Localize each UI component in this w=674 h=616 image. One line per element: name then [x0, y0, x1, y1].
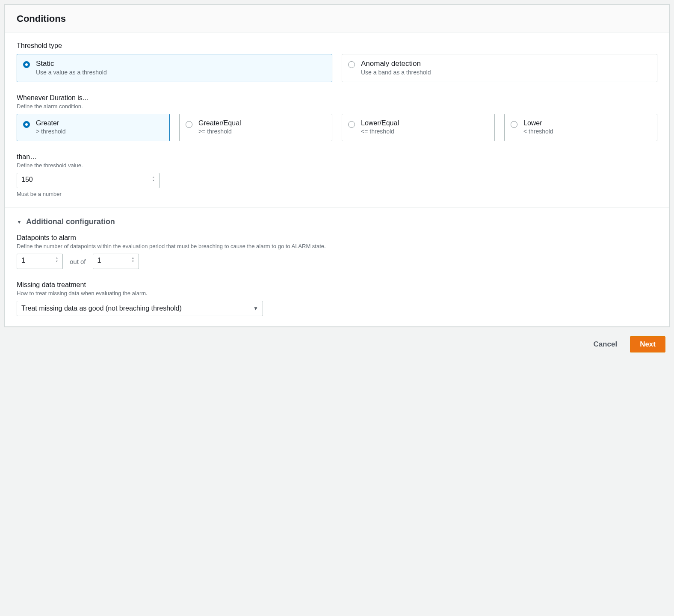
option-title: Greater/Equal — [198, 119, 241, 127]
condition-desc: Define the alarm condition. — [17, 103, 657, 110]
threshold-value-desc: Define the threshold value. — [17, 162, 657, 169]
option-title: Anomaly detection — [361, 59, 431, 68]
condition-option-lower[interactable]: Lower < threshold — [504, 114, 657, 141]
footer-actions: Cancel Next — [4, 327, 670, 355]
caret-down-icon: ▼ — [253, 305, 258, 311]
additional-config-title: Additional configuration — [26, 217, 115, 226]
radio-icon — [23, 61, 30, 68]
datapoints-desc: Define the number of datapoints within t… — [17, 243, 657, 249]
threshold-type-option-static[interactable]: Static Use a value as a threshold — [17, 54, 332, 82]
option-desc: <= threshold — [361, 128, 399, 135]
option-title: Lower/Equal — [361, 119, 399, 127]
threshold-type-option-anomaly[interactable]: Anomaly detection Use a band as a thresh… — [342, 54, 657, 82]
cancel-button[interactable]: Cancel — [588, 337, 622, 352]
datapoints-left-value: 1 — [21, 257, 25, 264]
condition-group: Greater > threshold Greater/Equal >= thr… — [17, 114, 657, 141]
condition-label: Whenever Duration is... — [17, 94, 657, 102]
radio-icon — [511, 121, 517, 128]
option-desc: Use a band as a threshold — [361, 69, 431, 76]
chevron-down-icon: ▼ — [17, 219, 22, 225]
option-desc: Use a value as a threshold — [36, 69, 107, 76]
condition-option-greater-equal[interactable]: Greater/Equal >= threshold — [179, 114, 332, 141]
datapoints-right-input[interactable]: 1 ˄˅ — [93, 254, 139, 269]
missing-data-select[interactable]: Treat missing data as good (not breachin… — [17, 301, 263, 316]
number-stepper-icon[interactable]: ˄˅ — [152, 178, 155, 184]
conditions-panel: Conditions Threshold type Static Use a v… — [4, 4, 670, 327]
threshold-type-group: Static Use a value as a threshold Anomal… — [17, 54, 657, 82]
missing-data-value: Treat missing data as good (not breachin… — [21, 305, 182, 312]
datapoints-out-of: out of — [70, 258, 86, 265]
condition-option-greater[interactable]: Greater > threshold — [17, 114, 170, 141]
datapoints-right-value: 1 — [98, 257, 101, 264]
option-title: Static — [36, 59, 107, 68]
threshold-value-input[interactable]: 150 ˄˅ — [17, 173, 160, 188]
option-desc: >= threshold — [198, 128, 241, 135]
section-additional: ▼ Additional configuration Datapoints to… — [5, 207, 669, 326]
option-title: Greater — [36, 119, 66, 127]
datapoints-left-input[interactable]: 1 ˄˅ — [17, 254, 63, 269]
number-stepper-icon[interactable]: ˄˅ — [56, 258, 58, 264]
option-title: Lower — [523, 119, 553, 127]
radio-icon — [23, 121, 30, 128]
panel-header: Conditions — [5, 5, 669, 33]
number-stepper-icon[interactable]: ˄˅ — [132, 258, 134, 264]
additional-config-toggle[interactable]: ▼ Additional configuration — [17, 217, 657, 226]
threshold-value-label: than… — [17, 153, 657, 161]
threshold-value-hint: Must be a number — [17, 191, 657, 197]
radio-icon — [348, 61, 355, 68]
section-conditions: Threshold type Static Use a value as a t… — [5, 33, 669, 207]
threshold-value-text: 150 — [21, 176, 33, 183]
missing-data-desc: How to treat missing data when evaluatin… — [17, 290, 657, 296]
radio-icon — [186, 121, 192, 128]
missing-data-label: Missing data treatment — [17, 281, 657, 289]
next-button[interactable]: Next — [630, 336, 665, 352]
radio-icon — [348, 121, 355, 128]
threshold-type-label: Threshold type — [17, 42, 657, 50]
option-desc: < threshold — [523, 128, 553, 135]
datapoints-label: Datapoints to alarm — [17, 234, 657, 242]
option-desc: > threshold — [36, 128, 66, 135]
panel-title: Conditions — [17, 13, 657, 24]
condition-option-lower-equal[interactable]: Lower/Equal <= threshold — [342, 114, 495, 141]
